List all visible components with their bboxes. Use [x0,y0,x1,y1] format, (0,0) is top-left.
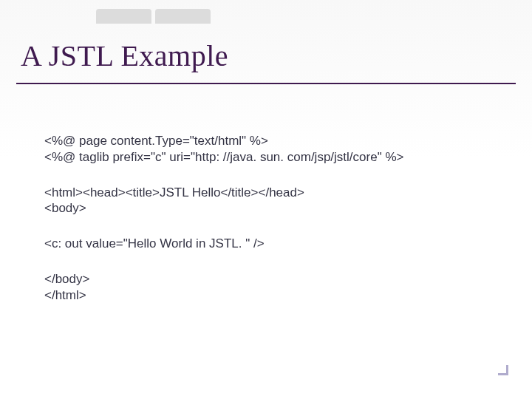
title-underline [16,83,516,84]
decorative-tab [96,9,151,24]
code-block: <html><head><title>JSTL Hello</title></h… [44,185,510,217]
code-line: <%@ page content.Type="text/html" %> [44,133,510,149]
code-line: </body> [44,271,510,287]
corner-decoration-icon [498,365,508,375]
code-line: <%@ taglib prefix="c" uri="http: //java.… [44,149,510,166]
code-block: <%@ page content.Type="text/html" %> <%@… [44,133,510,166]
decorative-tab [155,9,211,24]
code-block: <c: out value="Hello World in JSTL. " /> [44,236,510,252]
slide: A JSTL Example <%@ page content.Type="te… [0,0,532,399]
code-block: </body> </html> [44,271,510,304]
slide-content: <%@ page content.Type="text/html" %> <%@… [44,133,510,322]
code-line: </html> [44,287,510,304]
code-line: <html><head><title>JSTL Hello</title></h… [44,185,510,201]
slide-title: A JSTL Example [21,38,511,73]
code-line: <c: out value="Hello World in JSTL. " /> [44,236,510,252]
code-line: <body> [44,200,510,216]
title-block: A JSTL Example [21,38,511,73]
